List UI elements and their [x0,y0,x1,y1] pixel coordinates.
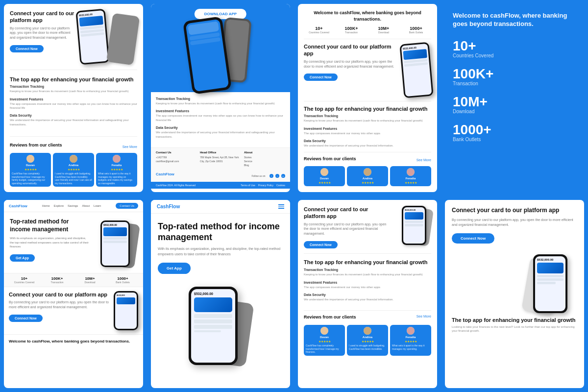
c5-s3-label: Download [74,281,105,284]
card-4: Welcome to cashFlow, where banking goes … [445,4,584,192]
c5-footer-text: Welcome to cashFlow, where banking goes … [9,339,138,344]
card2-footer: Contact Us +1427769 cashflow@gmail.com H… [151,147,290,182]
nav-home[interactable]: Home [42,204,50,207]
c5-stat-4: 1000+ Bank Outlets [107,276,138,284]
stat-transaction-num: 100K+ [336,26,367,31]
stat-countries-num: 10+ [304,26,334,31]
stars-2: ★★★★★ [55,168,92,171]
card4-content: Welcome to cashFlow, where banking goes … [445,4,584,158]
card5-get-app[interactable]: Get App [10,254,35,262]
card7-f3-text: We understand the importance of securing… [304,297,431,301]
nav-explore[interactable]: Explore [54,204,64,207]
c5-s1-num: 10+ [9,276,40,281]
card6-get-app[interactable]: Get App [158,263,191,274]
card7-r2-text: I used to struggle with budgeting. CashF… [349,344,386,350]
feature-security-text: We understand the importance of securing… [156,130,285,139]
card5-title: Top-rated method for income management [10,218,89,233]
footer2-contact-title: Contact Us [156,151,197,154]
card3-connect-title: Connect your card to our platform app [304,43,399,57]
card3-f2-text: The app compasses investment our money i… [304,131,431,135]
feature-2-text: The app compasses investment our money i… [10,102,137,110]
tw-icon-2[interactable]: t [275,174,279,178]
card6-row-1 [194,314,232,318]
nav-about[interactable]: About [82,204,90,207]
hamburger-menu[interactable] [278,204,284,209]
feature-security: Data Security We understand the importan… [156,126,285,139]
fb-icon-2[interactable]: f [270,174,273,178]
card3-f1: Transaction Tracking [304,114,431,118]
reviewer-name-1: Davan [12,164,49,167]
reviewer-name-3: Fenalia [98,164,135,167]
connect-now-button[interactable]: Connect Now [10,45,44,52]
stat-outlets: 1000+ Bank Outlets [401,26,431,34]
card8-title: Connect your card to our platform app [452,207,577,215]
card3-review-1: Davan ★★★★★ [304,166,345,186]
feature-tracking: Transaction Tracking Keeping to know you… [156,97,285,105]
features-title: The top app for enhancing your financial… [10,76,137,83]
feature-security-title: Data Security [156,126,285,129]
card7-f1-text: Keeping to know your finances its moveme… [304,272,431,276]
card7-connect-btn[interactable]: Connect Now [304,241,338,248]
footer2-about: About Stories Service Blog [244,151,285,167]
card8-phones: $532,000.00 [452,249,577,313]
card2-privacy[interactable]: Privacy Policy [258,184,273,187]
card6-header: CashFlow [151,200,290,214]
card5-footer-welcome: Welcome to cashFlow, where banking goes … [4,335,143,348]
card4-transaction-num: 100K+ [453,66,576,82]
connect-now-button-8[interactable]: Connect Now [452,233,494,244]
card7-r1-text: CashFlow has completely transformed how … [306,344,343,354]
card6-row-4 [194,330,221,332]
nav-learn[interactable]: Learn [94,204,101,207]
c5-stat-1: 10+ Countries Covered [9,276,40,284]
card3-see-more[interactable]: See More [416,158,431,162]
c5-stat-3: 10M+ Download [74,276,105,284]
stat-outlets-label: Bank Outlets [401,31,431,34]
reviews-section: Reviews from our clients See More Davan … [10,143,137,192]
card2-terms[interactable]: Terms of Use [241,184,255,187]
card7-connect-text: By connecting your card to our platform … [304,222,389,236]
card2-cookies[interactable]: Cookies [276,184,285,187]
card3-connect-btn[interactable]: Connect Now [304,74,338,81]
card5-hero: Top-rated method for income management W… [4,212,143,273]
card2-features: Transaction Tracking Keeping to know you… [151,92,290,147]
card4-download-num: 10M+ [453,94,576,110]
reviews-list: Davan ★★★★★ CashFlow has completely tran… [10,153,137,187]
card3-phone: $532,000.00 [399,42,433,98]
card8-content: Connect your card to our platform app By… [445,200,584,340]
card7-r1-stars: ★★★★★ [306,340,343,343]
download-app-button-2[interactable]: DOWNLOAD APP [195,9,246,19]
card2-footer-links: Terms of Use Privacy Policy Cookies [241,184,285,187]
card6-logo: CashFlow [157,204,180,209]
card7-features-title: The top app for enhancing your financial… [304,259,431,266]
card6-row-3 [194,325,232,329]
card3-welcome: Welcome to cashFlow, where banking goes … [304,10,431,22]
card2-follow: Follow us on f t in [251,170,285,179]
ig-icon-2[interactable]: in [281,174,285,178]
card3-f1-text: Keeping to know your finances its moveme… [304,119,431,122]
card7-see-more[interactable]: See More [416,315,431,322]
card4-stat-outlets: 1000+ Bank Outlets [453,122,576,142]
card7-r3-name: Fenalia [392,336,429,339]
card7-r2: Andina ★★★★★ I used to struggle with bud… [347,325,388,356]
card5-contact-btn[interactable]: Contact Us [116,203,138,209]
footer2-office-title: Head Office [200,151,241,154]
card7-r3: Fenalia ★★★★★ What sets it apart is the … [390,325,431,356]
card7-r3-text: What sets it apart is the way it manages… [392,344,429,350]
card4-countries-label: Countries Covered [453,53,576,58]
c5-connect-btn[interactable]: Connect Now [9,315,43,322]
review-text-2: I used to struggle with budgeting. CashF… [55,172,92,185]
card3-r1-name: Davan [306,177,343,180]
footer2-phone: +1427769 [156,155,197,159]
reviews-title: Reviews from our clients [10,143,62,147]
stat-outlets-num: 1000+ [401,26,431,31]
see-more-link[interactable]: See More [122,145,137,148]
card6-phone-front: $532,000.00 [189,287,238,365]
footer2-email: cashflow@gmail.com [156,159,197,163]
card5-nav: CashFlow Home Explore Savings About Lear… [4,200,143,212]
card-5: CashFlow Home Explore Savings About Lear… [4,200,143,388]
card7-reviews-title: Reviews from our clients [304,315,356,319]
card-8: Connect your card to our platform app By… [445,200,584,388]
card8-phone-card [537,263,564,273]
nav-savings[interactable]: Savings [68,204,78,207]
card7-connect-title: Connect your card to our platform app [304,206,389,220]
